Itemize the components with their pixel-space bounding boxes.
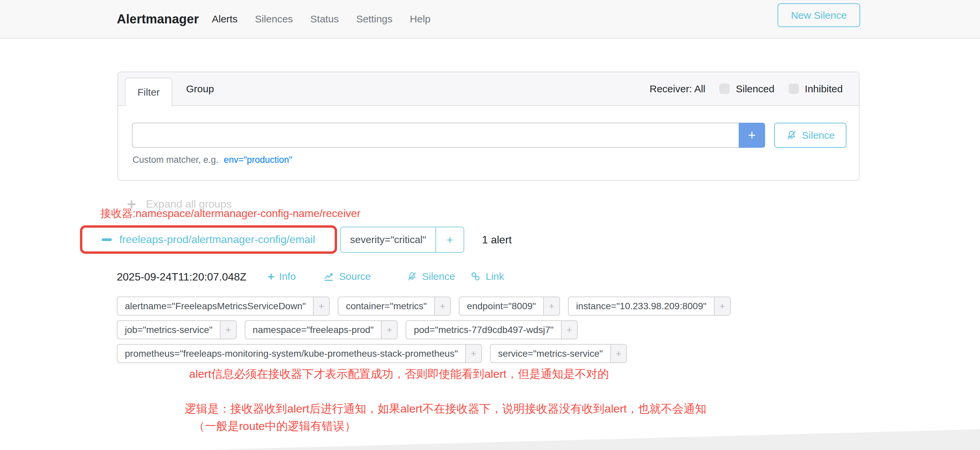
plus-icon: +	[268, 271, 274, 282]
label-pod[interactable]: pod="metrics-77d9cdb497-wdsj7" +	[406, 320, 578, 339]
label-add-button[interactable]: +	[313, 297, 329, 315]
add-matcher-button[interactable]: +	[739, 123, 765, 148]
label-job[interactable]: job="metrics-service" +	[117, 320, 237, 339]
silence-filter-label: Silence	[802, 130, 835, 141]
label-container[interactable]: container="metrics" +	[338, 296, 451, 315]
receiver-group-button[interactable]: freeleaps-prod/alertmanager-config/email	[119, 233, 315, 246]
alertmanager-page: Alertmanager Alerts Silences Status Sett…	[0, 0, 980, 450]
label-instance[interactable]: instance="10.233.98.209:8009" +	[568, 296, 731, 315]
inhibited-option: Inhibited	[789, 83, 843, 95]
link-icon	[470, 271, 481, 282]
alert-link-label: Link	[486, 271, 504, 282]
label-text: job="metrics-service"	[118, 321, 220, 339]
alert-count: 1 alert	[482, 227, 512, 253]
filter-card: Filter Group Receiver: All Silenced Inhi…	[118, 71, 859, 181]
top-navbar: Alertmanager Alerts Silences Status Sett…	[0, 0, 980, 39]
annotation-red-box: freeleaps-prod/alertmanager-config/email	[80, 225, 337, 254]
collapse-minus-icon[interactable]	[102, 238, 112, 241]
nav-item-silences[interactable]: Silences	[255, 13, 293, 25]
label-text: endpoint="8009"	[460, 297, 543, 315]
filter-card-body: + Silence Custom matcher, e.g. env="prod…	[118, 106, 859, 181]
label-row-1: alertname="FreeleapsMetricsServiceDown" …	[117, 296, 731, 315]
annotation-receiver-note: 接收器:namespace/altermanager-config-name/r…	[100, 206, 361, 221]
app-brand[interactable]: Alertmanager	[117, 12, 199, 26]
label-add-button[interactable]: +	[220, 321, 236, 339]
label-add-button[interactable]: +	[434, 297, 450, 315]
matcher-help-text: Custom matcher, e.g.	[132, 155, 218, 165]
alert-timestamp: 2025-09-24T11:20:07.048Z	[117, 271, 247, 283]
label-text: instance="10.233.98.209:8009"	[569, 297, 714, 315]
label-service[interactable]: service="metrics-service" +	[490, 344, 627, 363]
silenced-checkbox[interactable]	[719, 84, 730, 94]
label-add-button[interactable]: +	[714, 297, 730, 315]
alert-silence-label: Silence	[422, 271, 455, 282]
group-matcher-add-button[interactable]: +	[436, 227, 463, 252]
silenced-label: Silenced	[736, 83, 774, 95]
annotation-logic-note2: （一般是route中的逻辑有错误）	[194, 418, 356, 434]
label-add-button[interactable]: +	[561, 321, 577, 339]
nav-item-alerts[interactable]: Alerts	[212, 13, 238, 25]
annotation-alert-note: alert信息必须在接收器下才表示配置成功，否则即使能看到alert，但是通知是…	[189, 366, 609, 382]
alert-source-label: Source	[339, 271, 371, 282]
matcher-example-link[interactable]: env="production"	[224, 155, 293, 165]
label-namespace[interactable]: namespace="freeleaps-prod" +	[245, 320, 398, 339]
nav-item-settings[interactable]: Settings	[356, 13, 392, 25]
filter-options: Receiver: All Silenced Inhibited	[650, 72, 843, 105]
bell-slash-icon	[407, 271, 417, 282]
label-alertname[interactable]: alertname="FreeleapsMetricsServiceDown" …	[117, 296, 330, 315]
silenced-option: Silenced	[719, 83, 774, 95]
label-text: namespace="freeleaps-prod"	[245, 321, 381, 339]
alert-link-button[interactable]: Link	[470, 271, 504, 282]
alert-source-link[interactable]: Source	[323, 271, 371, 282]
filter-card-header: Filter Group Receiver: All Silenced Inhi…	[118, 72, 859, 106]
alert-info-button[interactable]: + Info	[268, 271, 296, 282]
annotation-logic-note: 逻辑是：接收器收到alert后进行通知，如果alert不在接收器下，说明接收器没…	[185, 401, 706, 417]
alert-silence-button[interactable]: Silence	[407, 271, 455, 282]
label-text: container="metrics"	[338, 297, 434, 315]
nav-links: Alerts Silences Status Settings Help	[212, 13, 430, 25]
matcher-input[interactable]	[132, 123, 739, 148]
label-add-button[interactable]: +	[543, 297, 559, 315]
label-text: pod="metrics-77d9cdb497-wdsj7"	[406, 321, 561, 339]
label-row-2: job="metrics-service" + namespace="freel…	[117, 320, 731, 339]
label-add-button[interactable]: +	[465, 345, 481, 363]
inhibited-checkbox[interactable]	[789, 84, 799, 94]
label-text: alertname="FreeleapsMetricsServiceDown"	[118, 297, 313, 315]
label-add-button[interactable]: +	[381, 321, 397, 339]
label-row-3: prometheus="freeleaps-monitoring-system/…	[117, 344, 731, 363]
label-text: prometheus="freeleaps-monitoring-system/…	[118, 345, 465, 363]
tab-group[interactable]: Group	[186, 72, 214, 105]
bell-slash-icon	[786, 130, 797, 141]
nav-item-status[interactable]: Status	[310, 13, 339, 25]
tab-filter[interactable]: Filter	[125, 78, 172, 106]
label-prometheus[interactable]: prometheus="freeleaps-monitoring-system/…	[117, 344, 482, 363]
receiver-dropdown[interactable]: Receiver: All	[650, 83, 706, 95]
matcher-help: Custom matcher, e.g. env="production"	[132, 155, 292, 165]
label-add-button[interactable]: +	[610, 345, 626, 363]
silence-filter-button[interactable]: Silence	[774, 123, 846, 148]
nav-item-help[interactable]: Help	[410, 13, 431, 25]
chart-icon	[323, 271, 334, 282]
new-silence-button[interactable]: New Silence	[778, 3, 860, 27]
group-matcher-label[interactable]: severity="critical"	[341, 227, 436, 252]
group-matcher-buttons: severity="critical" +	[340, 227, 464, 253]
label-text: service="metrics-service"	[491, 345, 610, 363]
alert-labels: alertname="FreeleapsMetricsServiceDown" …	[117, 296, 731, 363]
inhibited-label: Inhibited	[805, 83, 843, 95]
label-endpoint[interactable]: endpoint="8009" +	[459, 296, 560, 315]
alert-info-label: Info	[279, 271, 296, 282]
